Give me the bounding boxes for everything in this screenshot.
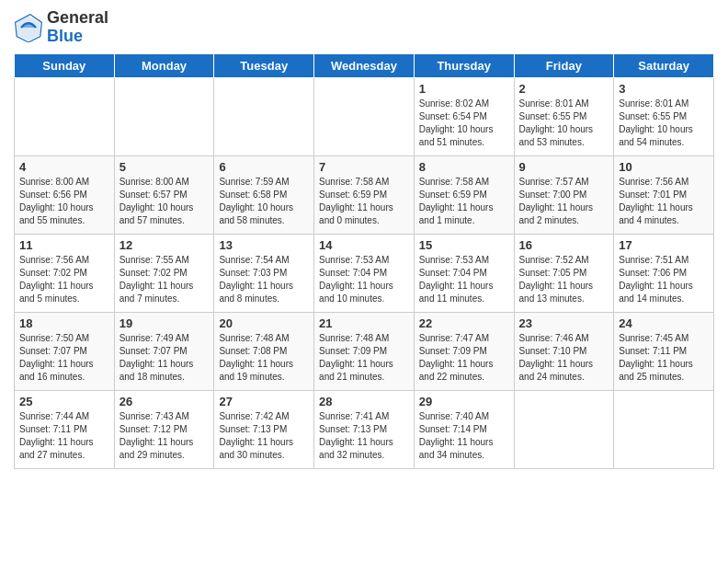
day-number: 7 bbox=[319, 160, 409, 174]
day-content: Sunrise: 7:48 AM Sunset: 7:08 PM Dayligh… bbox=[219, 332, 309, 384]
day-header-wednesday: Wednesday bbox=[314, 53, 415, 77]
day-content: Sunrise: 7:54 AM Sunset: 7:03 PM Dayligh… bbox=[219, 254, 309, 305]
calendar-cell: 22Sunrise: 7:47 AM Sunset: 7:09 PM Dayli… bbox=[414, 312, 514, 390]
day-number: 11 bbox=[19, 238, 109, 252]
day-number: 16 bbox=[519, 238, 609, 252]
day-content: Sunrise: 7:56 AM Sunset: 7:02 PM Dayligh… bbox=[19, 254, 109, 305]
day-number: 4 bbox=[19, 160, 109, 174]
calendar-cell: 17Sunrise: 7:51 AM Sunset: 7:06 PM Dayli… bbox=[614, 234, 714, 312]
day-number: 3 bbox=[619, 82, 709, 96]
day-number: 27 bbox=[219, 395, 309, 408]
day-content: Sunrise: 7:58 AM Sunset: 6:59 PM Dayligh… bbox=[319, 176, 409, 227]
day-number: 13 bbox=[219, 238, 309, 252]
day-content: Sunrise: 7:58 AM Sunset: 6:59 PM Dayligh… bbox=[419, 176, 509, 227]
day-content: Sunrise: 7:57 AM Sunset: 7:00 PM Dayligh… bbox=[519, 176, 609, 227]
day-number: 6 bbox=[219, 160, 309, 174]
day-content: Sunrise: 7:49 AM Sunset: 7:07 PM Dayligh… bbox=[119, 332, 210, 384]
calendar-cell bbox=[614, 390, 714, 468]
days-header-row: SundayMondayTuesdayWednesdayThursdayFrid… bbox=[15, 53, 714, 77]
week-row-3: 11Sunrise: 7:56 AM Sunset: 7:02 PM Dayli… bbox=[15, 234, 714, 312]
day-content: Sunrise: 7:50 AM Sunset: 7:07 PM Dayligh… bbox=[19, 332, 109, 384]
calendar-cell: 27Sunrise: 7:42 AM Sunset: 7:13 PM Dayli… bbox=[214, 390, 314, 468]
day-content: Sunrise: 8:00 AM Sunset: 6:56 PM Dayligh… bbox=[19, 176, 109, 227]
day-number: 23 bbox=[519, 316, 609, 330]
day-content: Sunrise: 7:51 AM Sunset: 7:06 PM Dayligh… bbox=[619, 254, 709, 305]
calendar-table: SundayMondayTuesdayWednesdayThursdayFrid… bbox=[14, 53, 714, 469]
calendar-cell: 3Sunrise: 8:01 AM Sunset: 6:55 PM Daylig… bbox=[614, 77, 714, 155]
day-header-saturday: Saturday bbox=[614, 53, 714, 77]
calendar-cell: 16Sunrise: 7:52 AM Sunset: 7:05 PM Dayli… bbox=[514, 234, 614, 312]
calendar-cell: 4Sunrise: 8:00 AM Sunset: 6:56 PM Daylig… bbox=[15, 155, 115, 234]
day-number: 10 bbox=[619, 160, 709, 174]
day-content: Sunrise: 7:52 AM Sunset: 7:05 PM Dayligh… bbox=[519, 254, 609, 305]
day-content: Sunrise: 7:53 AM Sunset: 7:04 PM Dayligh… bbox=[419, 254, 509, 305]
calendar-cell bbox=[214, 77, 314, 155]
day-content: Sunrise: 7:40 AM Sunset: 7:14 PM Dayligh… bbox=[419, 410, 509, 462]
day-number: 5 bbox=[119, 160, 210, 174]
week-row-4: 18Sunrise: 7:50 AM Sunset: 7:07 PM Dayli… bbox=[15, 312, 714, 390]
calendar-cell: 8Sunrise: 7:58 AM Sunset: 6:59 PM Daylig… bbox=[414, 155, 514, 234]
day-content: Sunrise: 7:48 AM Sunset: 7:09 PM Dayligh… bbox=[319, 332, 409, 384]
day-number: 17 bbox=[619, 238, 709, 252]
calendar-cell: 23Sunrise: 7:46 AM Sunset: 7:10 PM Dayli… bbox=[514, 312, 614, 390]
calendar-cell: 25Sunrise: 7:44 AM Sunset: 7:11 PM Dayli… bbox=[15, 390, 115, 468]
day-number: 9 bbox=[519, 160, 609, 174]
day-number: 22 bbox=[419, 316, 509, 330]
calendar-cell: 26Sunrise: 7:43 AM Sunset: 7:12 PM Dayli… bbox=[114, 390, 214, 468]
day-number: 24 bbox=[619, 316, 709, 330]
day-content: Sunrise: 7:44 AM Sunset: 7:11 PM Dayligh… bbox=[19, 410, 109, 462]
calendar-cell: 15Sunrise: 7:53 AM Sunset: 7:04 PM Dayli… bbox=[414, 234, 514, 312]
logo-icon bbox=[14, 13, 43, 42]
calendar-cell: 9Sunrise: 7:57 AM Sunset: 7:00 PM Daylig… bbox=[514, 155, 614, 234]
calendar-cell bbox=[514, 390, 614, 468]
day-number: 12 bbox=[119, 238, 210, 252]
calendar-cell: 10Sunrise: 7:56 AM Sunset: 7:01 PM Dayli… bbox=[614, 155, 714, 234]
day-number: 2 bbox=[519, 82, 609, 96]
week-row-2: 4Sunrise: 8:00 AM Sunset: 6:56 PM Daylig… bbox=[15, 155, 714, 234]
day-content: Sunrise: 7:46 AM Sunset: 7:10 PM Dayligh… bbox=[519, 332, 609, 384]
day-number: 18 bbox=[19, 316, 109, 330]
day-number: 20 bbox=[219, 316, 309, 330]
day-content: Sunrise: 7:53 AM Sunset: 7:04 PM Dayligh… bbox=[319, 254, 409, 305]
day-header-tuesday: Tuesday bbox=[214, 53, 314, 77]
day-content: Sunrise: 7:42 AM Sunset: 7:13 PM Dayligh… bbox=[219, 410, 309, 462]
calendar-cell bbox=[114, 77, 214, 155]
day-number: 19 bbox=[119, 316, 210, 330]
calendar-cell: 12Sunrise: 7:55 AM Sunset: 7:02 PM Dayli… bbox=[114, 234, 214, 312]
day-content: Sunrise: 7:47 AM Sunset: 7:09 PM Dayligh… bbox=[419, 332, 509, 384]
calendar-cell: 1Sunrise: 8:02 AM Sunset: 6:54 PM Daylig… bbox=[414, 77, 514, 155]
calendar-cell: 5Sunrise: 8:00 AM Sunset: 6:57 PM Daylig… bbox=[114, 155, 214, 234]
week-row-5: 25Sunrise: 7:44 AM Sunset: 7:11 PM Dayli… bbox=[15, 390, 714, 468]
calendar-cell: 2Sunrise: 8:01 AM Sunset: 6:55 PM Daylig… bbox=[514, 77, 614, 155]
calendar-cell: 20Sunrise: 7:48 AM Sunset: 7:08 PM Dayli… bbox=[214, 312, 314, 390]
day-content: Sunrise: 8:00 AM Sunset: 6:57 PM Dayligh… bbox=[119, 176, 210, 227]
calendar-cell: 11Sunrise: 7:56 AM Sunset: 7:02 PM Dayli… bbox=[15, 234, 115, 312]
day-content: Sunrise: 7:45 AM Sunset: 7:11 PM Dayligh… bbox=[619, 332, 709, 384]
calendar-cell bbox=[15, 77, 115, 155]
day-number: 8 bbox=[419, 160, 509, 174]
day-number: 29 bbox=[419, 395, 509, 408]
calendar-cell: 28Sunrise: 7:41 AM Sunset: 7:13 PM Dayli… bbox=[314, 390, 415, 468]
page-container: GeneralBlue SundayMondayTuesdayWednesday… bbox=[0, 0, 728, 474]
day-content: Sunrise: 8:01 AM Sunset: 6:55 PM Dayligh… bbox=[519, 98, 609, 149]
day-header-friday: Friday bbox=[514, 53, 614, 77]
day-header-sunday: Sunday bbox=[15, 53, 115, 77]
calendar-cell: 14Sunrise: 7:53 AM Sunset: 7:04 PM Dayli… bbox=[314, 234, 415, 312]
calendar-cell: 18Sunrise: 7:50 AM Sunset: 7:07 PM Dayli… bbox=[15, 312, 115, 390]
logo: GeneralBlue bbox=[14, 9, 108, 46]
header: GeneralBlue bbox=[14, 9, 714, 46]
calendar-cell: 6Sunrise: 7:59 AM Sunset: 6:58 PM Daylig… bbox=[214, 155, 314, 234]
calendar-cell bbox=[314, 77, 415, 155]
day-number: 26 bbox=[119, 395, 210, 408]
day-header-monday: Monday bbox=[114, 53, 214, 77]
day-number: 15 bbox=[419, 238, 509, 252]
day-content: Sunrise: 8:02 AM Sunset: 6:54 PM Dayligh… bbox=[419, 98, 509, 149]
calendar-cell: 13Sunrise: 7:54 AM Sunset: 7:03 PM Dayli… bbox=[214, 234, 314, 312]
calendar-cell: 21Sunrise: 7:48 AM Sunset: 7:09 PM Dayli… bbox=[314, 312, 415, 390]
day-number: 25 bbox=[19, 395, 109, 408]
day-content: Sunrise: 7:56 AM Sunset: 7:01 PM Dayligh… bbox=[619, 176, 709, 227]
day-number: 28 bbox=[319, 395, 409, 408]
day-number: 21 bbox=[319, 316, 409, 330]
logo-name: GeneralBlue bbox=[47, 9, 108, 46]
day-content: Sunrise: 7:59 AM Sunset: 6:58 PM Dayligh… bbox=[219, 176, 309, 227]
